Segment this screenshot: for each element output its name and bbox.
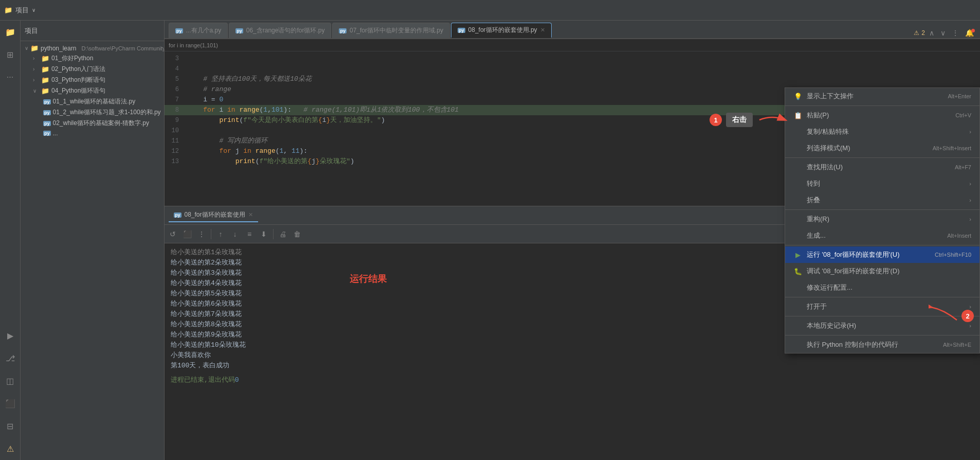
project-title[interactable]: 📁 项目 ∨: [4, 6, 35, 15]
run-wrap-btn[interactable]: ≡: [243, 228, 256, 240]
code-line-3: 3: [165, 54, 980, 64]
run-tab-active[interactable]: py 08_for循环的嵌套使用 ✕: [169, 208, 258, 222]
tree-item-03[interactable]: › 📁 03_Python判断语句: [21, 75, 164, 85]
tree-item-py03[interactable]: py 02_while循环的基础案例-猜数字.py: [21, 118, 164, 129]
ctx-arrow-open-in: ›: [969, 304, 971, 310]
ctx-item-goto[interactable]: 转到 ›: [785, 175, 979, 192]
ctx-label-fold: 折叠: [807, 196, 820, 205]
sidebar-item-more[interactable]: ···: [3, 70, 17, 84]
tree-label-01: 01_你好Python: [51, 54, 93, 63]
ctx-item-fold[interactable]: 折叠 ›: [785, 192, 979, 208]
ctx-item-debug[interactable]: 🐛 调试 '08_for循环的嵌套使用'(D): [785, 263, 979, 279]
ctx-item-column-mode[interactable]: 列选择模式(M) Alt+Shift+Insert: [785, 140, 979, 156]
run-filter-btn[interactable]: ⬇: [258, 228, 270, 240]
ctx-item-find-usage[interactable]: 查找用法(U) Alt+F7: [785, 159, 979, 175]
ctx-arrow-paste-special: ›: [969, 129, 971, 135]
sidebar-item-git[interactable]: ⎇: [3, 351, 17, 365]
sidebar-item-structure[interactable]: ◫: [3, 374, 17, 388]
ctx-shortcut-run: Ctrl+Shift+F10: [935, 252, 971, 258]
tab-0[interactable]: py ...有几个a.py: [169, 23, 228, 38]
ctx-item-refactor[interactable]: 重构(R) ›: [785, 211, 979, 227]
line-num-13: 13: [165, 156, 185, 167]
tree-item-04[interactable]: ∨ 📁 04_Python循环语句: [21, 85, 164, 96]
ctx-sep-6: [785, 335, 979, 335]
tab-2[interactable]: py 07_for循环中临时变量的作用域.py: [332, 23, 450, 38]
run-more-btn[interactable]: ⋮: [195, 228, 208, 240]
run-scroll-down-btn[interactable]: ↓: [229, 228, 241, 240]
sidebar-icons: 📁 ⊞ ··· ▶ ⎇ ◫ ⬛ ⊟ ⚠: [0, 21, 21, 460]
ctx-label-column-mode: 列选择模式(M): [807, 144, 850, 153]
project-panel-header: 项目: [21, 21, 164, 41]
tree-root[interactable]: ∨ 📁 python_learn D:\software\PyCharm Com…: [21, 43, 164, 53]
ctx-item-left-find-usage: 查找用法(U): [793, 163, 843, 172]
tree-arrow-02: ›: [33, 66, 39, 72]
ctx-label-run: 运行 '08_for循环的嵌套使用'(U): [807, 250, 899, 259]
ctx-sep-2: [785, 209, 979, 210]
tree-item-01[interactable]: › 📁 01_你好Python: [21, 53, 164, 64]
run-tab-close[interactable]: ✕: [248, 211, 253, 218]
tree-item-02[interactable]: › 📁 02_Python入门语法: [21, 64, 164, 75]
sidebar-item-project[interactable]: 📁: [3, 25, 17, 39]
tab-close-3[interactable]: ✕: [540, 27, 545, 33]
ctx-label-modify-config: 修改运行配置...: [807, 283, 852, 292]
warning-icon: ⚠: [914, 29, 919, 37]
line-num-11: 11: [165, 136, 185, 146]
sidebar-item-terminal[interactable]: ⬛: [3, 396, 17, 411]
ctx-label-generate: 生成...: [807, 231, 826, 240]
run-tab-label: 08_for循环的嵌套使用: [185, 210, 245, 219]
ctx-item-generate[interactable]: 生成... Alt+Insert: [785, 227, 979, 244]
ctx-item-show-actions[interactable]: 💡 显示上下文操作 Alt+Enter: [785, 88, 979, 104]
breadcrumb: for i in range(1,101): [165, 39, 980, 51]
tab-more-btn[interactable]: ⋮: [950, 28, 961, 38]
ctx-item-left-modify-config: 修改运行配置...: [793, 283, 852, 292]
tab-label-1: 06_含range语句的for循环.py: [246, 26, 325, 35]
tab-icon-1: py: [235, 28, 243, 33]
ctx-item-left-refactor: 重构(R): [793, 215, 829, 224]
process-code: 0: [235, 376, 239, 384]
code-line-5: 5 # 坚持表白100天，每天都送10朵花: [165, 74, 980, 84]
run-stop-btn[interactable]: ⬛: [181, 228, 193, 240]
output-line-10: 第100天，表白成功: [171, 361, 974, 371]
line-content-3: [185, 54, 980, 64]
run-separator-2: [273, 229, 274, 239]
ctx-item-left-debug: 🐛 调试 '08_for循环的嵌套使用'(D): [793, 267, 899, 276]
ctx-item-modify-config[interactable]: 修改运行配置...: [785, 279, 979, 296]
sidebar-item-run[interactable]: ▶: [3, 328, 17, 343]
sidebar-item-layers[interactable]: ⊞: [3, 47, 17, 62]
ctx-shortcut-show-actions: Alt+Enter: [948, 93, 971, 99]
sidebar-item-warning[interactable]: ⚠: [3, 441, 17, 456]
tree-item-py04[interactable]: py ...: [21, 129, 164, 138]
clipboard-icon: 📋: [793, 112, 803, 119]
annotation-1: 1 右击: [710, 112, 788, 128]
ctx-item-run[interactable]: ▶ 运行 '08_for循环的嵌套使用'(U) Ctrl+Shift+F10: [785, 246, 979, 263]
debug-icon: 🐛: [793, 268, 803, 275]
sidebar-item-database[interactable]: ⊟: [3, 419, 17, 433]
run-restart-btn[interactable]: ↺: [167, 228, 179, 240]
tab-expand-btn[interactable]: ∧: [927, 28, 936, 38]
ctx-shortcut-column-mode: Alt+Shift+Insert: [933, 145, 971, 151]
run-scroll-up-btn[interactable]: ↑: [214, 228, 227, 240]
ctx-label-execute-console: 执行 Python 控制台中的代码行: [807, 340, 898, 349]
line-num-3: 3: [165, 54, 185, 64]
notification-btn[interactable]: 🔔: [963, 28, 976, 38]
ctx-item-paste-special[interactable]: 复制/粘贴特殊 ›: [785, 123, 979, 140]
tree-item-py01[interactable]: py 01_1_while循环的基础语法.py: [21, 96, 164, 107]
tree-item-py02[interactable]: py 01_2_while循环练习题_求1-100的和.py: [21, 107, 164, 118]
tab-collapse-btn[interactable]: ∨: [938, 28, 948, 38]
ctx-item-left-local-history: 本地历史记录(H): [793, 321, 856, 330]
ctx-item-execute-console[interactable]: 执行 Python 控制台中的代码行 Alt+Shift+E: [785, 337, 979, 353]
ctx-item-paste[interactable]: 📋 粘贴(P) Ctrl+V: [785, 107, 979, 123]
tab-1[interactable]: py 06_含range语句的for循环.py: [229, 23, 331, 38]
ctx-label-refactor: 重构(R): [807, 215, 829, 224]
ctx-item-left-fold: 折叠: [793, 196, 820, 205]
run-print-btn[interactable]: 🖨: [277, 228, 289, 240]
ctx-item-left-column-mode: 列选择模式(M): [793, 144, 850, 153]
run-separator: [211, 229, 211, 239]
tab-3[interactable]: py 08_for循环的嵌套使用.py ✕: [451, 23, 552, 38]
ctx-item-left-0: 💡 显示上下文操作: [793, 92, 854, 101]
run-clear-btn[interactable]: 🗑: [291, 228, 303, 240]
ctx-sep-0: [785, 105, 979, 106]
editor-area: py ...有几个a.py py 06_含range语句的for循环.py py…: [165, 21, 980, 460]
ctx-label-open-in: 打开于: [807, 302, 827, 311]
ctx-label-paste: 粘贴(P): [807, 111, 829, 120]
